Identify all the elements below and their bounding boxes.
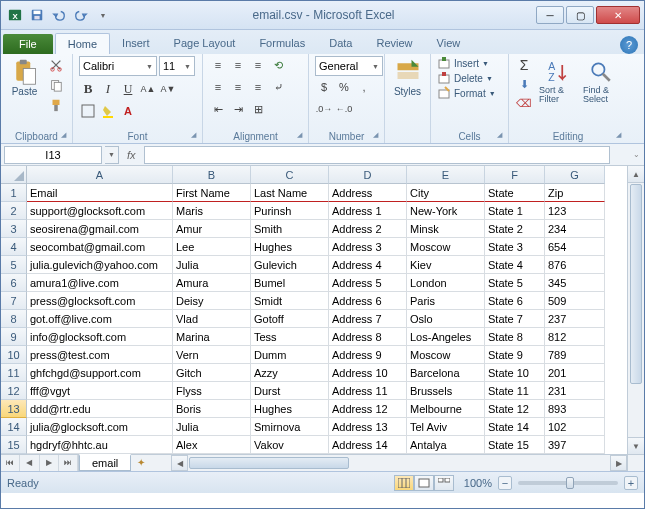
cell[interactable]: State 2 <box>485 220 545 238</box>
hscroll-thumb[interactable] <box>189 457 349 469</box>
tab-first-icon[interactable]: ⏮ <box>1 455 20 471</box>
tab-last-icon[interactable]: ⏭ <box>59 455 78 471</box>
zoom-in-button[interactable]: + <box>624 476 638 490</box>
cell[interactable]: State 7 <box>485 310 545 328</box>
save-icon[interactable] <box>27 5 47 25</box>
tab-data[interactable]: Data <box>317 33 364 54</box>
cell[interactable]: Address 11 <box>329 382 407 400</box>
underline-button[interactable]: U <box>119 80 137 98</box>
cell[interactable]: 509 <box>545 292 605 310</box>
scroll-left-button[interactable]: ◀ <box>171 455 188 471</box>
cell[interactable]: City <box>407 184 485 202</box>
minimize-button[interactable]: ─ <box>536 6 564 24</box>
cells-area[interactable]: EmailFirst NameLast NameAddressCityState… <box>27 184 627 454</box>
increase-decimal-icon[interactable]: .0→ <box>315 100 333 118</box>
cell[interactable]: Gitch <box>173 364 251 382</box>
align-right-icon[interactable]: ≡ <box>249 78 267 96</box>
cell[interactable]: Hughes <box>251 238 329 256</box>
cell[interactable]: State 14 <box>485 418 545 436</box>
cell[interactable]: First Name <box>173 184 251 202</box>
tab-next-icon[interactable]: ▶ <box>40 455 59 471</box>
cell[interactable]: New-York <box>407 202 485 220</box>
cell[interactable]: Gulevich <box>251 256 329 274</box>
cell[interactable]: Vakov <box>251 436 329 454</box>
row-header[interactable]: 8 <box>1 310 27 328</box>
cell[interactable]: Julia <box>173 418 251 436</box>
comma-icon[interactable]: , <box>355 78 373 96</box>
cell[interactable]: State 6 <box>485 292 545 310</box>
cell[interactable]: 654 <box>545 238 605 256</box>
cell[interactable]: Marina <box>173 328 251 346</box>
cell[interactable]: 201 <box>545 364 605 382</box>
cell[interactable]: State 10 <box>485 364 545 382</box>
tab-prev-icon[interactable]: ◀ <box>20 455 39 471</box>
cell[interactable]: State 9 <box>485 346 545 364</box>
cell[interactable]: ghfchgd@support.com <box>27 364 173 382</box>
cell[interactable]: Address 12 <box>329 400 407 418</box>
cell[interactable]: Address 2 <box>329 220 407 238</box>
cell[interactable]: State 5 <box>485 274 545 292</box>
currency-icon[interactable]: $ <box>315 78 333 96</box>
cell[interactable]: seosirena@gmail.com <box>27 220 173 238</box>
tab-insert[interactable]: Insert <box>110 33 162 54</box>
page-break-view-button[interactable] <box>434 475 454 491</box>
cell[interactable]: Julia <box>173 256 251 274</box>
formula-input[interactable] <box>144 146 610 164</box>
cell[interactable]: Brussels <box>407 382 485 400</box>
cell[interactable]: Last Name <box>251 184 329 202</box>
cell[interactable]: Address 8 <box>329 328 407 346</box>
cell[interactable]: Deisy <box>173 292 251 310</box>
name-box[interactable] <box>4 146 102 164</box>
cell[interactable]: 102 <box>545 418 605 436</box>
cell[interactable]: Boris <box>173 400 251 418</box>
cell[interactable]: Purinsh <box>251 202 329 220</box>
cell[interactable]: Amura <box>173 274 251 292</box>
cell[interactable]: Email <box>27 184 173 202</box>
cell[interactable]: Address 3 <box>329 238 407 256</box>
decrease-indent-icon[interactable]: ⇤ <box>209 100 227 118</box>
expand-formula-bar[interactable]: ⌄ <box>628 150 644 159</box>
scroll-right-button[interactable]: ▶ <box>610 455 627 471</box>
cell[interactable]: Antalya <box>407 436 485 454</box>
row-header[interactable]: 12 <box>1 382 27 400</box>
orientation-icon[interactable]: ⟲ <box>269 56 287 74</box>
name-box-dropdown[interactable]: ▼ <box>105 146 119 164</box>
clear-icon[interactable]: ⌫ <box>515 94 533 112</box>
cell[interactable]: 893 <box>545 400 605 418</box>
increase-indent-icon[interactable]: ⇥ <box>229 100 247 118</box>
file-tab[interactable]: File <box>3 34 53 54</box>
close-button[interactable]: ✕ <box>596 6 640 24</box>
tab-view[interactable]: View <box>425 33 473 54</box>
cell[interactable]: Flyss <box>173 382 251 400</box>
sort-filter-button[interactable]: AZ Sort & Filter <box>537 56 577 106</box>
cell[interactable]: Melbourne <box>407 400 485 418</box>
number-format-combo[interactable]: General▼ <box>315 56 383 76</box>
cell[interactable]: hgdryf@hhtc.au <box>27 436 173 454</box>
row-header[interactable]: 1 <box>1 184 27 202</box>
cell[interactable]: 345 <box>545 274 605 292</box>
borders-icon[interactable] <box>79 102 97 120</box>
cell[interactable]: press@test.com <box>27 346 173 364</box>
cell[interactable]: 234 <box>545 220 605 238</box>
qat-customize-icon[interactable]: ▼ <box>93 5 113 25</box>
cell[interactable]: press@glocksoft.com <box>27 292 173 310</box>
cell[interactable]: State <box>485 184 545 202</box>
cell[interactable]: 397 <box>545 436 605 454</box>
row-header[interactable]: 3 <box>1 220 27 238</box>
cell[interactable]: State 12 <box>485 400 545 418</box>
select-all-corner[interactable] <box>1 166 27 184</box>
row-header[interactable]: 10 <box>1 346 27 364</box>
tab-page-layout[interactable]: Page Layout <box>162 33 248 54</box>
cell[interactable]: Vlad <box>173 310 251 328</box>
row-header[interactable]: 15 <box>1 436 27 454</box>
align-mid-icon[interactable]: ≡ <box>229 56 247 74</box>
cell[interactable]: Zip <box>545 184 605 202</box>
col-header-A[interactable]: A <box>27 166 173 184</box>
row-header[interactable]: 9 <box>1 328 27 346</box>
col-header-D[interactable]: D <box>329 166 407 184</box>
tab-review[interactable]: Review <box>364 33 424 54</box>
zoom-level[interactable]: 100% <box>464 477 492 489</box>
cell[interactable]: Address 6 <box>329 292 407 310</box>
cell[interactable]: Address 7 <box>329 310 407 328</box>
cell[interactable]: Address 13 <box>329 418 407 436</box>
